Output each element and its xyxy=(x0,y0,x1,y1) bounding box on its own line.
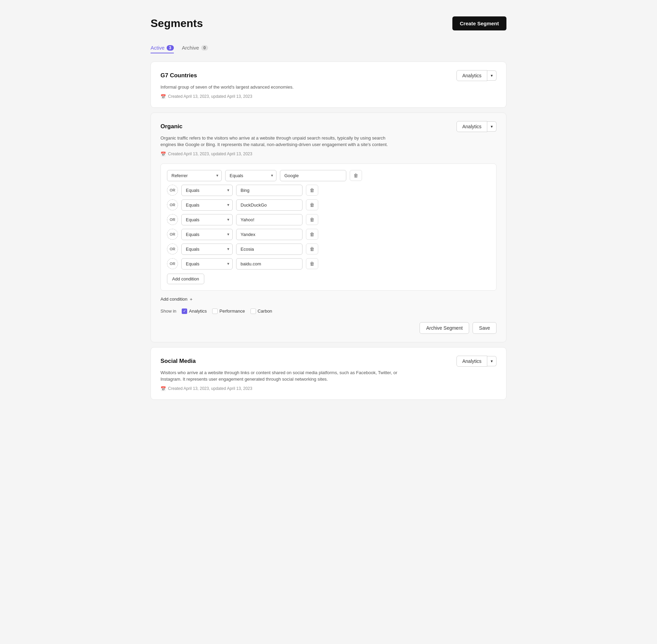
delete-condition-6[interactable]: 🗑 xyxy=(306,258,318,269)
operator-select-5[interactable]: Equals Not Equals Contains xyxy=(181,244,233,255)
create-segment-button[interactable]: Create Segment xyxy=(452,16,506,30)
performance-checkbox xyxy=(212,308,218,314)
segment-card-g7: G7 Countries Analytics ▾ Informal group … xyxy=(151,62,506,108)
tab-active-label: Active xyxy=(151,45,165,51)
value-input-5[interactable] xyxy=(236,244,302,255)
operator-select-wrapper-5: Equals Not Equals Contains xyxy=(181,244,233,255)
segment-organic-chevron-button[interactable]: ▾ xyxy=(487,121,497,132)
condition-row-1: OR Equals Not Equals Contains 🗑 xyxy=(167,185,490,196)
calendar-icon-social: 📅 xyxy=(160,386,166,391)
segment-organic-header: Organic Analytics ▾ xyxy=(160,121,497,132)
value-input-6[interactable] xyxy=(236,258,302,270)
segment-social-name: Social Media xyxy=(160,358,196,365)
add-condition-outer-button[interactable]: Add condition ＋ xyxy=(160,296,193,302)
plus-icon: ＋ xyxy=(189,296,193,302)
performance-checkbox-text: Performance xyxy=(219,308,245,314)
or-badge-2: OR xyxy=(167,199,178,210)
or-badge-1: OR xyxy=(167,185,178,196)
segment-organic-actions: Analytics ▾ xyxy=(456,121,497,132)
segment-organic-name: Organic xyxy=(160,123,182,130)
calendar-icon: 📅 xyxy=(160,94,166,99)
operator-select-wrapper-2: Equals Not Equals Contains xyxy=(181,199,233,211)
segment-g7-chevron-button[interactable]: ▾ xyxy=(487,70,497,81)
add-condition-inner-button[interactable]: Add condition xyxy=(167,274,204,284)
segment-g7-name: G7 Countries xyxy=(160,72,197,79)
page-header: Segments Create Segment xyxy=(151,16,506,30)
segment-organic-desc: Organic traffic refers to the visitors w… xyxy=(160,135,400,148)
analytics-checkbox-text: Analytics xyxy=(189,308,207,314)
tabs: Active 3 Archive 0 xyxy=(151,43,506,53)
segment-g7-meta: 📅 Created April 13, 2023, updated April … xyxy=(160,94,497,99)
performance-checkbox-label[interactable]: Performance xyxy=(212,308,245,314)
segment-social-date: Created April 13, 2023, updated April 13… xyxy=(168,386,252,391)
delete-condition-0[interactable]: 🗑 xyxy=(350,170,362,181)
delete-condition-5[interactable]: 🗑 xyxy=(306,244,318,254)
segment-social-header: Social Media Analytics ▾ xyxy=(160,356,497,367)
carbon-checkbox-label[interactable]: Carbon xyxy=(250,308,272,314)
segment-organic-meta: 📅 Created April 13, 2023, updated April … xyxy=(160,152,497,157)
analytics-checkbox-label[interactable]: ✓ Analytics xyxy=(182,308,207,314)
segment-g7-desc: Informal group of seven of the world's l… xyxy=(160,84,400,91)
save-button[interactable]: Save xyxy=(473,322,497,334)
tab-archive-badge: 0 xyxy=(201,45,208,51)
tab-active-badge: 3 xyxy=(167,45,174,51)
value-input-0[interactable] xyxy=(280,170,346,181)
condition-row-3: OR Equals Not Equals Contains 🗑 xyxy=(167,214,490,225)
archive-segment-button[interactable]: Archive Segment xyxy=(420,322,469,334)
analytics-checkbox-checked: ✓ xyxy=(182,308,187,314)
delete-condition-2[interactable]: 🗑 xyxy=(306,199,318,210)
operator-select-wrapper-3: Equals Not Equals Contains xyxy=(181,214,233,225)
tab-archive-label: Archive xyxy=(182,45,199,51)
operator-select-1[interactable]: Equals Not Equals Contains xyxy=(181,185,233,196)
show-in-row: Show in ✓ Analytics Performance Carbon xyxy=(160,308,497,314)
segment-card-organic: Organic Analytics ▾ Organic traffic refe… xyxy=(151,113,506,342)
page-title: Segments xyxy=(151,17,203,30)
referrer-field-select[interactable]: Referrer URL Country Browser OS xyxy=(167,170,222,181)
value-input-4[interactable] xyxy=(236,229,302,240)
segment-social-desc: Wisitors who arrive at a website through… xyxy=(160,369,400,383)
segment-g7-analytics-button[interactable]: Analytics xyxy=(456,70,487,81)
conditions-block: Referrer URL Country Browser OS Equals N… xyxy=(160,163,497,291)
carbon-checkbox-text: Carbon xyxy=(258,308,272,314)
add-condition-outer-row: Add condition ＋ xyxy=(160,296,497,302)
segment-social-actions: Analytics ▾ xyxy=(456,356,497,367)
operator-select-6[interactable]: Equals Not Equals Contains xyxy=(181,258,233,270)
or-badge-4: OR xyxy=(167,229,178,240)
delete-condition-1[interactable]: 🗑 xyxy=(306,185,318,196)
segment-g7-header: G7 Countries Analytics ▾ xyxy=(160,70,497,81)
condition-row-4: OR Equals Not Equals Contains 🗑 xyxy=(167,229,490,240)
referrer-select-wrapper: Referrer URL Country Browser OS xyxy=(167,170,222,181)
show-in-label: Show in xyxy=(160,308,176,314)
segment-social-analytics-button[interactable]: Analytics xyxy=(456,356,487,367)
or-badge-3: OR xyxy=(167,214,178,225)
add-condition-outer-label: Add condition xyxy=(160,297,188,302)
operator-select-2[interactable]: Equals Not Equals Contains xyxy=(181,199,233,211)
segment-social-meta: 📅 Created April 13, 2023, updated April … xyxy=(160,386,497,391)
delete-condition-3[interactable]: 🗑 xyxy=(306,214,318,225)
delete-condition-4[interactable]: 🗑 xyxy=(306,229,318,240)
operator-select-4[interactable]: Equals Not Equals Contains xyxy=(181,229,233,240)
segment-organic-analytics-button[interactable]: Analytics xyxy=(456,121,487,132)
operator-select-0[interactable]: Equals Not Equals Contains Does not cont… xyxy=(225,170,276,181)
operator-select-wrapper-4: Equals Not Equals Contains xyxy=(181,229,233,240)
segment-g7-date: Created April 13, 2023, updated April 13… xyxy=(168,94,252,99)
value-input-1[interactable] xyxy=(236,185,302,196)
value-input-2[interactable] xyxy=(236,199,302,211)
carbon-checkbox xyxy=(250,308,256,314)
segment-card-social: Social Media Analytics ▾ Wisitors who ar… xyxy=(151,347,506,400)
segment-social-chevron-button[interactable]: ▾ xyxy=(487,356,497,366)
or-badge-5: OR xyxy=(167,244,178,254)
segment-g7-actions: Analytics ▾ xyxy=(456,70,497,81)
condition-row-2: OR Equals Not Equals Contains 🗑 xyxy=(167,199,490,211)
condition-row-6: OR Equals Not Equals Contains 🗑 xyxy=(167,258,490,270)
value-input-3[interactable] xyxy=(236,214,302,225)
segment-organic-date: Created April 13, 2023, updated April 13… xyxy=(168,152,252,156)
tab-archive[interactable]: Archive 0 xyxy=(182,43,208,53)
operator-select-wrapper-6: Equals Not Equals Contains xyxy=(181,258,233,270)
condition-row-0: Referrer URL Country Browser OS Equals N… xyxy=(167,170,490,181)
footer-actions: Archive Segment Save xyxy=(160,321,497,334)
tab-active[interactable]: Active 3 xyxy=(151,43,174,53)
condition-row-5: OR Equals Not Equals Contains 🗑 xyxy=(167,244,490,255)
calendar-icon-organic: 📅 xyxy=(160,152,166,157)
operator-select-3[interactable]: Equals Not Equals Contains xyxy=(181,214,233,225)
